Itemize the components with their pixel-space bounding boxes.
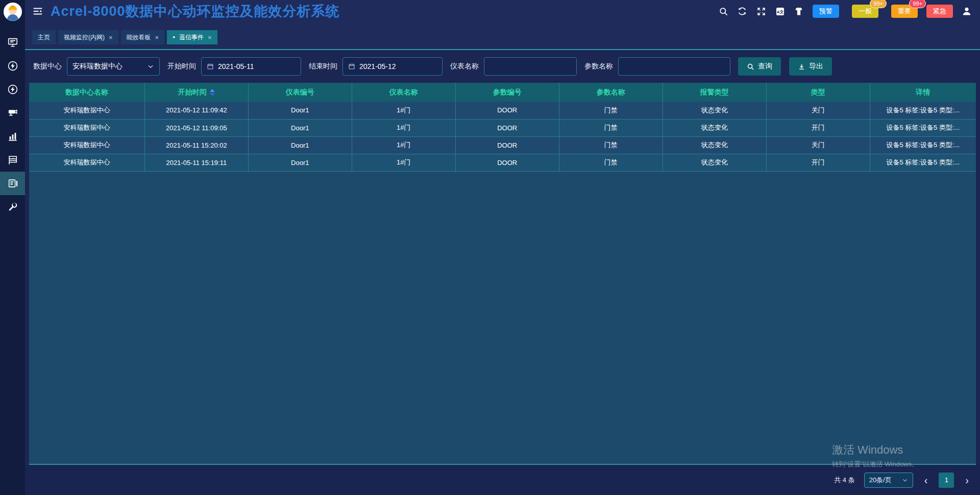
end-date-input[interactable] (342, 57, 443, 76)
table-cell: 设备5 标签:设备5 类型:... (870, 119, 976, 136)
column-header-sortable[interactable]: 开始时间 (144, 83, 248, 102)
search-icon (747, 63, 754, 70)
param-name-input[interactable] (624, 62, 725, 70)
table-cell: DOOR (455, 136, 559, 154)
calendar-icon (207, 62, 214, 70)
sort-caret-icon[interactable] (210, 89, 215, 96)
table-cell: 2021-05-11 15:19:11 (144, 154, 248, 171)
search-button-label: 查询 (758, 62, 772, 71)
table-cell: 状态变化 (663, 102, 766, 119)
fullscreen-icon[interactable] (756, 6, 766, 16)
table-header-row: 数据中心名称 开始时间 仪表编号 仪表名称 参数编号 参数名称 报警类型 类型 … (29, 83, 976, 102)
table-cell: 开门 (766, 154, 870, 171)
table-cell: DOOR (455, 102, 559, 119)
avatar[interactable] (0, 0, 25, 23)
energy-icon (7, 60, 18, 72)
language-icon[interactable]: A文 (775, 6, 785, 16)
start-date-value[interactable] (218, 62, 296, 70)
column-header[interactable]: 仪表名称 (352, 83, 455, 102)
table-cell: DOOR (455, 119, 559, 136)
pagination-total: 共 4 条 (834, 476, 854, 485)
datacenter-select[interactable]: 安科瑞数据中心 (67, 57, 160, 76)
active-dot-icon: ● (173, 35, 175, 39)
export-button[interactable]: 导出 (789, 57, 832, 76)
table-cell: 开门 (766, 119, 870, 136)
alarm-button-important[interactable]: 重要 99+ (891, 5, 918, 18)
theme-skin-icon[interactable] (794, 6, 804, 16)
alarm-button-label: 重要 (898, 7, 911, 16)
sidebar-item-energy-1[interactable] (0, 54, 25, 78)
energy-icon (7, 84, 18, 95)
sidebar-item-video[interactable] (0, 101, 25, 125)
table-cell: 设备5 标签:设备5 类型:... (870, 154, 976, 171)
worker-avatar-icon (3, 2, 22, 21)
events-table: 数据中心名称 开始时间 仪表编号 仪表名称 参数编号 参数名称 报警类型 类型 … (29, 83, 976, 465)
close-icon[interactable]: × (155, 34, 159, 41)
search-icon[interactable] (718, 6, 728, 16)
close-icon[interactable]: × (109, 34, 113, 41)
sidebar-item-events-report[interactable] (0, 172, 25, 195)
table-cell: 安科瑞数据中心 (29, 119, 144, 136)
tab-video-monitoring[interactable]: 视频监控(内网) × (58, 30, 118, 44)
alarm-button-general[interactable]: 一般 99+ (852, 5, 878, 18)
column-header[interactable]: 参数名称 (559, 83, 663, 102)
table-cell: 状态变化 (663, 154, 766, 171)
topbar: Acrel-8000数据中心动环监控及能效分析系统 (25, 0, 980, 22)
count-badge: 99+ (870, 0, 887, 8)
tab-label: 能效看板 (127, 33, 151, 42)
meter-name-input-wrap (484, 57, 577, 76)
alarm-button-urgent[interactable]: 紧急 (926, 5, 953, 18)
table-cell: 状态变化 (663, 136, 766, 154)
monitor-icon (7, 37, 18, 48)
datacenter-select-value: 安科瑞数据中心 (72, 62, 122, 71)
close-icon[interactable]: × (208, 34, 212, 41)
area-chart-icon (7, 154, 18, 166)
menu-toggle-icon[interactable] (31, 5, 44, 18)
param-name-label: 参数名称 (584, 62, 613, 71)
prev-page-button[interactable]: ‹ (922, 475, 930, 485)
column-header[interactable]: 数据中心名称 (29, 83, 144, 102)
table-row[interactable]: 安科瑞数据中心2021-05-12 11:09:42Door11#门DOOR门禁… (29, 102, 976, 119)
svg-text:A文: A文 (776, 9, 783, 14)
tab-remote-signal-events[interactable]: ● 遥信事件 × (167, 30, 217, 44)
sidebar-item-energy-2[interactable] (0, 78, 25, 101)
page-number-button[interactable]: 1 (939, 473, 954, 488)
column-header[interactable]: 类型 (766, 83, 870, 102)
wrench-icon (7, 201, 18, 213)
search-button[interactable]: 查询 (738, 57, 781, 76)
table-row[interactable]: 安科瑞数据中心2021-05-11 15:19:11Door11#门DOOR门禁… (29, 154, 976, 171)
table-cell: DOOR (455, 154, 559, 171)
sidebar-item-statistics[interactable] (0, 125, 25, 148)
bar-chart-icon (7, 131, 18, 142)
meter-name-input[interactable] (489, 62, 571, 70)
sidebar-item-monitoring[interactable] (0, 31, 25, 54)
table-row[interactable]: 安科瑞数据中心2021-05-11 15:20:02Door11#门DOOR门禁… (29, 136, 976, 154)
sidebar-item-trend[interactable] (0, 148, 25, 172)
table-row[interactable]: 安科瑞数据中心2021-05-12 11:09:05Door11#门DOOR门禁… (29, 119, 976, 136)
page-title: Acrel-8000数据中心动环监控及能效分析系统 (51, 2, 340, 20)
end-date-value[interactable] (359, 62, 437, 70)
param-name-input-wrap (618, 57, 730, 76)
download-icon (798, 63, 805, 70)
alarm-button-warning[interactable]: 预警 (813, 5, 839, 18)
refresh-icon[interactable] (737, 6, 747, 16)
table-cell: 2021-05-12 11:09:05 (144, 119, 248, 136)
table-cell: Door1 (248, 136, 352, 154)
export-button-label: 导出 (809, 62, 823, 71)
column-header[interactable]: 仪表编号 (248, 83, 352, 102)
datacenter-label: 数据中心 (33, 62, 62, 71)
start-date-input[interactable] (201, 57, 301, 76)
column-header[interactable]: 参数编号 (455, 83, 559, 102)
page-size-select[interactable]: 20条/页 (864, 473, 913, 488)
tab-home[interactable]: 主页 (32, 30, 56, 44)
column-header[interactable]: 详情 (870, 83, 976, 102)
table-cell: 1#门 (352, 119, 455, 136)
next-page-button[interactable]: › (963, 475, 971, 485)
tab-energy-board[interactable]: 能效看板 × (121, 30, 165, 44)
user-icon[interactable] (962, 6, 972, 16)
end-time-label: 结束时间 (309, 62, 337, 71)
table-cell: 门禁 (559, 119, 663, 136)
sidebar-item-settings[interactable] (0, 195, 25, 219)
sidebar-nav (0, 31, 25, 219)
column-header[interactable]: 报警类型 (663, 83, 766, 102)
